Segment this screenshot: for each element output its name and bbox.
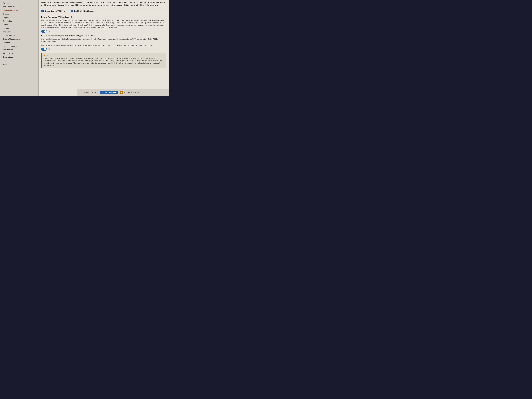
note-box: NOTE: Enabling the "Enable Thunderbolt™ … [41, 53, 166, 68]
sidebar-item-system-logs[interactable]: System Logs [0, 55, 38, 59]
note-title: NOTE: [44, 54, 164, 56]
sidebar-item-integrated-devices[interactable]: Integrated Devices [0, 8, 38, 12]
sidebar-item-security[interactable]: Security [0, 26, 38, 30]
section1-toggle-row: ON [41, 30, 166, 33]
main-content: When USB Boot Support is enabled, bootab… [38, 0, 169, 96]
sidebar: Overview Boot Configuration Integrated D… [0, 0, 38, 96]
sidebar-item-pre-boot-behavior[interactable]: Pre-boot Behavior [0, 44, 38, 48]
section1-title: Enable Thunderbolt™ Boot Support [41, 16, 166, 18]
section2-desc2: When disabled, this setting will prevent… [41, 44, 166, 46]
sidebar-item-system-management[interactable]: System Management [0, 37, 38, 41]
sidebar-item-keyboard[interactable]: Keyboard [0, 41, 38, 44]
section1-toggle-label: ON [48, 30, 51, 32]
sidebar-item-passwords[interactable]: Passwords [0, 30, 38, 34]
sidebar-item-display[interactable]: Display [0, 16, 38, 19]
section2-desc1: When enabled, this setting will allow PC… [41, 38, 166, 43]
sidebar-item-update-recovery[interactable]: Update,Recovery [0, 34, 38, 37]
checkbox-external-usb-label: Enable External USB Ports [45, 10, 65, 12]
checkbox-usb-boot-label: Enable USB Boot Support [74, 10, 94, 12]
checkbox-external-usb[interactable]: ✓ Enable External USB Ports [41, 10, 65, 12]
section1-toggle[interactable] [41, 30, 47, 33]
section2-toggle-row: ON [41, 48, 166, 51]
section2-title: Enable Thunderbolt™ (and PCIe behind TBT… [41, 35, 166, 37]
sidebar-item-storage[interactable]: Storage [0, 12, 38, 16]
sidebar-item-power[interactable]: Power [0, 23, 38, 26]
section1-desc: When enabled, the following Thunderbolt™… [41, 19, 166, 29]
changes-text: changes were made [124, 92, 139, 94]
checkbox-usb-boot[interactable]: ✓ Enable USB Boot Support [71, 10, 94, 12]
sidebar-item-performance[interactable]: Performance [0, 52, 38, 55]
note-text: Enabling the "Enable Thunderbolt™ Adapte… [44, 57, 164, 67]
checkbox-usb-boot-box[interactable]: ✓ [71, 10, 73, 12]
sidebar-item-connection[interactable]: Connection [0, 19, 38, 23]
bottom-bar: LOAD DEFAULTS APPLY CHANGES 0 changes we… [77, 89, 169, 96]
section2-toggle[interactable] [41, 48, 47, 51]
load-defaults-button[interactable]: LOAD DEFAULTS [80, 91, 98, 95]
checkbox-external-usb-box[interactable]: ✓ [41, 10, 44, 12]
sidebar-item-about[interactable]: About [0, 63, 38, 66]
top-description: When USB Boot Support is enabled, bootab… [41, 1, 166, 8]
sidebar-item-boot-configuration[interactable]: Boot Configuration [0, 5, 38, 8]
sidebar-item-overview[interactable]: Overview [0, 1, 38, 5]
apply-changes-button[interactable]: APPLY CHANGES [100, 91, 118, 94]
section2-toggle-label: ON [48, 48, 51, 50]
changes-badge: 0 [120, 91, 123, 94]
divider-1 [41, 14, 166, 14]
sidebar-item-virtualization[interactable]: Virtualization [0, 48, 38, 52]
checkbox-row: ✓ Enable External USB Ports ✓ Enable USB… [41, 10, 166, 12]
